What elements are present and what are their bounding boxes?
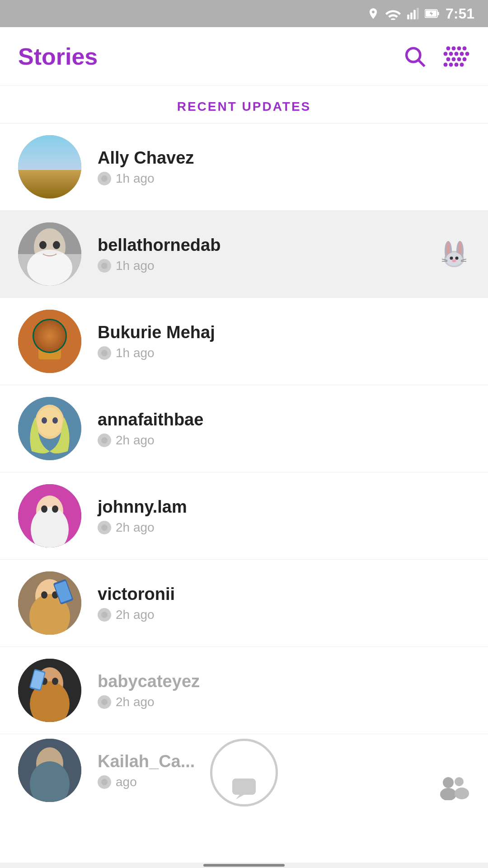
search-icon[interactable]	[403, 45, 427, 68]
story-name: Bukurie Mehaj	[98, 323, 470, 342]
svg-point-24	[455, 62, 459, 66]
bitmoji-icon[interactable]	[443, 43, 470, 70]
story-time-row: 2h ago	[98, 433, 470, 448]
section-header: RECENT UPDATES	[0, 86, 488, 123]
story-item[interactable]: victoronii 2h ago	[0, 560, 488, 647]
avatar	[18, 397, 81, 460]
svg-point-27	[34, 228, 66, 266]
svg-point-54	[52, 417, 58, 424]
svg-point-17	[465, 52, 469, 56]
story-time-text: 2h ago	[116, 520, 155, 535]
svg-point-28	[27, 250, 72, 286]
svg-point-30	[53, 241, 60, 249]
story-time-row: 2h ago	[98, 695, 470, 709]
svg-point-53	[42, 417, 47, 424]
avatar: STAR BUCKS	[18, 310, 81, 373]
avatar	[18, 571, 81, 635]
app-header: Stories	[0, 27, 488, 86]
friends-icon	[438, 775, 470, 802]
svg-point-79	[443, 777, 454, 788]
story-item[interactable]: STAR BUCKS Bukurie Mehaj 1h ago	[0, 298, 488, 385]
story-time-icon	[98, 608, 111, 622]
story-info: Kailah_Ca... ago	[98, 752, 470, 789]
story-info: Bukurie Mehaj 1h ago	[98, 323, 470, 360]
svg-point-12	[463, 46, 467, 50]
story-info: Ally Chavez 1h ago	[98, 148, 470, 186]
avatar	[18, 739, 81, 802]
status-bar: 7:51	[0, 0, 488, 27]
svg-point-19	[452, 57, 456, 61]
svg-rect-1	[410, 13, 413, 19]
avatar	[18, 659, 81, 722]
svg-point-10	[452, 46, 456, 50]
story-time-text: 2h ago	[116, 433, 155, 448]
story-item[interactable]: Ally Chavez 1h ago	[0, 123, 488, 211]
svg-point-81	[455, 777, 464, 786]
svg-text:BUCKS: BUCKS	[42, 345, 52, 349]
story-item[interactable]: babycateyez 2h ago	[0, 647, 488, 734]
story-time-icon	[98, 346, 111, 360]
story-info: bellathornedab 1h ago	[98, 236, 438, 273]
story-item[interactable]: Kailah_Ca... ago	[0, 734, 488, 807]
svg-point-58	[41, 505, 47, 513]
svg-point-59	[52, 505, 58, 513]
story-name: Kailah_Ca...	[98, 752, 470, 771]
svg-point-9	[446, 46, 450, 50]
story-item[interactable]: johnny.lam 2h ago	[0, 472, 488, 560]
svg-point-14	[449, 52, 453, 56]
svg-point-63	[41, 591, 47, 599]
svg-point-16	[460, 52, 464, 56]
svg-rect-44	[18, 310, 81, 373]
story-time-text: 2h ago	[116, 608, 155, 622]
story-time-text: 1h ago	[116, 346, 155, 360]
svg-rect-0	[407, 14, 409, 19]
svg-point-39	[452, 259, 456, 262]
story-time-text: ago	[116, 775, 137, 789]
svg-point-13	[444, 52, 448, 56]
svg-point-11	[457, 46, 461, 50]
story-name: victoronii	[98, 585, 470, 604]
story-name: annafaithbae	[98, 410, 470, 429]
story-time-text: 2h ago	[116, 695, 155, 709]
story-time-row: 2h ago	[98, 520, 470, 535]
app-title: Stories	[18, 43, 98, 70]
bottom-indicator	[0, 863, 488, 868]
story-time-row: 2h ago	[98, 608, 470, 622]
svg-point-82	[455, 788, 469, 799]
story-badge	[438, 237, 470, 271]
svg-point-23	[449, 62, 453, 66]
svg-point-15	[455, 52, 459, 56]
svg-point-36	[446, 252, 462, 266]
story-item[interactable]: bellathornedab 1h ago	[0, 211, 488, 298]
svg-point-7	[407, 48, 420, 61]
svg-marker-78	[236, 795, 244, 799]
story-time-row: 1h ago	[98, 346, 470, 360]
signal-icon	[407, 7, 419, 20]
svg-point-25	[460, 62, 464, 66]
wifi-icon	[385, 7, 401, 20]
story-name: bellathornedab	[98, 236, 438, 255]
story-time-icon	[98, 775, 111, 789]
story-name: johnny.lam	[98, 497, 470, 517]
section-header-text: RECENT UPDATES	[177, 99, 311, 113]
svg-rect-5	[437, 12, 439, 15]
story-item[interactable]: annafaithbae 2h ago	[0, 385, 488, 472]
avatar	[18, 222, 81, 286]
svg-rect-46	[38, 323, 61, 330]
story-name: Ally Chavez	[98, 148, 470, 168]
svg-point-29	[39, 241, 47, 249]
story-info: babycateyez 2h ago	[98, 672, 470, 709]
svg-point-35	[458, 241, 462, 255]
svg-line-8	[419, 60, 425, 66]
story-time-text: 1h ago	[116, 171, 155, 186]
svg-point-22	[444, 62, 448, 66]
svg-point-52	[37, 407, 62, 436]
status-icons: 7:51	[367, 5, 474, 22]
svg-point-20	[457, 57, 461, 61]
svg-point-47	[43, 321, 56, 333]
story-time-text: 1h ago	[116, 259, 155, 273]
story-time-icon	[98, 172, 111, 185]
story-time-row: ago	[98, 775, 470, 789]
content-area: RECENT UPDATES Ally Chavez 1h ago	[0, 86, 488, 807]
svg-rect-45	[38, 323, 61, 359]
